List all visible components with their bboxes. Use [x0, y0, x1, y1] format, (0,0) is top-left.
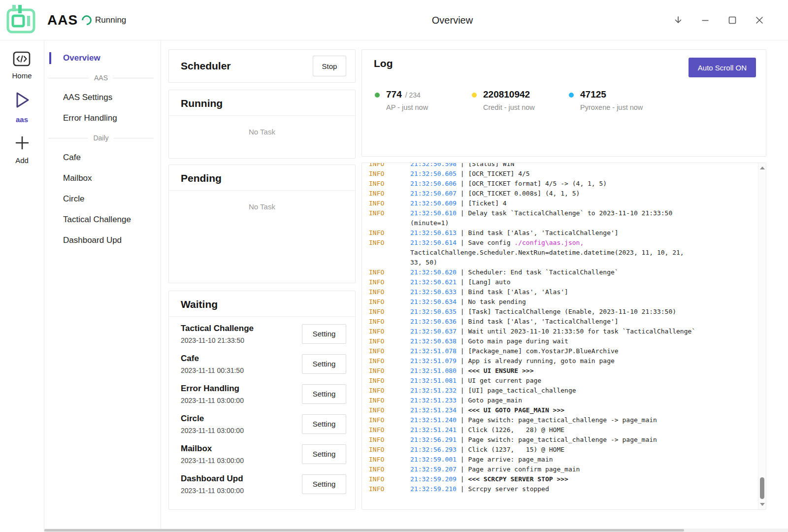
stat-value: 774 [386, 89, 402, 100]
log-line: INFO21:32:50.605 | [OCR_TICKET] 4/5 [369, 169, 751, 179]
log-line: INFO21:32:50.607 | [OCR_TICKET 0.008s] (… [369, 189, 751, 199]
log-line: INFO21:32:51.240 | Page switch: page_tac… [369, 415, 751, 425]
stat-caption: Pyroxene - just now [580, 103, 643, 111]
waiting-task-name: Cafe [181, 354, 244, 364]
log-line: INFO21:32:51.234 | <<< UI GOTO PAGE_MAIN… [369, 405, 751, 415]
log-line: INFO21:32:50.634 | No task pending [369, 297, 751, 307]
app-status: Running [95, 15, 126, 25]
waiting-task-time: 2023-11-11 03:00:00 [181, 397, 244, 404]
log-line: INFO21:32:51.079 | App is already runnin… [369, 356, 751, 366]
sidebar-item-dashboard-upd[interactable]: Dashboard Upd [44, 230, 161, 251]
log-card: Log Auto Scroll ON 774/ 234AP - just now… [361, 49, 766, 157]
sidebar-item-add[interactable]: Add [14, 134, 31, 165]
log-line: INFO21:32:50.636 | Bind task ['Alas', 'T… [369, 317, 751, 327]
sidebar-item-home[interactable]: Home [12, 51, 32, 80]
stat-suffix: / 234 [405, 91, 421, 99]
iconbar-add-label: Add [15, 156, 29, 165]
scrollbar-thumb[interactable] [760, 477, 764, 499]
log-line: INFO21:32:50.637 | Wait until 2023-11-10… [369, 327, 751, 336]
log-line: INFO21:32:51.233 | Goto page_main [369, 396, 751, 405]
window-controls [673, 0, 764, 40]
log-scrollbar[interactable] [758, 163, 766, 509]
log-output[interactable]: INFO21:32:50.598 | [Status] WININFO21:32… [361, 163, 766, 510]
stat-caption: AP - just now [386, 103, 428, 111]
main-content: Scheduler Stop Running No Task Pending N… [161, 40, 788, 532]
sidebar-item-overview[interactable]: Overview [44, 48, 161, 68]
waiting-task-time: 2023-11-11 03:00:00 [181, 457, 244, 465]
stat-dot-icon [375, 93, 380, 98]
log-stat: 220810942Credit - just now [472, 89, 569, 111]
sidebar-nav: OverviewAASAAS SettingsError HandlingDai… [44, 40, 161, 532]
auto-scroll-button[interactable]: Auto Scroll ON [689, 58, 756, 77]
waiting-task-name: Dashboard Upd [181, 474, 244, 484]
sidebar-section-divider: AAS [44, 68, 161, 87]
waiting-task-list: Tactical Challenge2023-11-10 21:33:50Set… [169, 317, 355, 499]
stop-button[interactable]: Stop [313, 56, 346, 76]
log-line: INFO21:32:50.633 | Bind task ['Alas', 'A… [369, 287, 751, 297]
log-line: INFO21:32:59.210 | Scrcpy server stopped [369, 484, 751, 494]
running-title-row: Running [169, 90, 355, 116]
stat-dot-icon [472, 93, 477, 98]
log-line: INFO21:32:50.606 | [OCR_TICKET format] 4… [369, 179, 751, 189]
running-spinner-icon [80, 13, 94, 27]
sidebar-item-mailbox[interactable]: Mailbox [44, 168, 161, 189]
app-logo [5, 4, 37, 35]
titlebar: AAS Running Overview [0, 0, 788, 40]
waiting-card: Waiting Tactical Challenge2023-11-10 21:… [168, 291, 356, 510]
waiting-task-setting-button[interactable]: Setting [302, 384, 346, 404]
sidebar-item-circle[interactable]: Circle [44, 189, 161, 209]
waiting-task-row: Dashboard Upd2023-11-11 03:00:00Setting [169, 469, 355, 499]
log-output-lines: INFO21:32:50.598 | [Status] WININFO21:32… [369, 163, 751, 494]
download-icon [676, 17, 681, 23]
maximize-icon [729, 17, 736, 24]
waiting-title-row: Waiting [169, 291, 355, 317]
scrollbar-up-icon[interactable] [760, 166, 765, 169]
waiting-task-setting-button[interactable]: Setting [302, 414, 346, 434]
plus-icon [14, 134, 31, 153]
page-title-container: Overview [161, 0, 744, 40]
page-title: Overview [432, 15, 473, 26]
close-button[interactable] [755, 15, 764, 25]
waiting-task-row: Mailbox2023-11-11 03:00:00Setting [169, 439, 355, 469]
sidebar-item-aas-settings[interactable]: AAS Settings [44, 87, 161, 108]
waiting-task-row: Cafe2023-11-11 00:31:50Setting [169, 349, 355, 379]
log-stat: 774/ 234AP - just now [375, 89, 472, 111]
sidebar-item-aas[interactable]: aas [13, 90, 32, 124]
waiting-task-setting-button[interactable]: Setting [302, 354, 346, 374]
waiting-task-row: Tactical Challenge2023-11-10 21:33:50Set… [169, 319, 355, 349]
maximize-button[interactable] [727, 15, 737, 25]
sidebar-section-divider: Daily [44, 129, 161, 147]
scrollbar-down-icon[interactable] [760, 503, 765, 506]
waiting-task-setting-button[interactable]: Setting [302, 444, 346, 464]
sidebar-item-tactical-challenge[interactable]: Tactical Challenge [44, 209, 161, 230]
log-line: INFO21:32:50.638 | Goto main page during… [369, 336, 751, 346]
waiting-task-time: 2023-11-11 00:31:50 [181, 366, 244, 374]
horizontal-scrollbar[interactable] [44, 529, 788, 532]
running-card: Running No Task [168, 90, 356, 159]
waiting-task-setting-button[interactable]: Setting [302, 474, 346, 494]
sidebar-item-cafe[interactable]: Cafe [44, 147, 161, 168]
close-icon [756, 17, 762, 23]
waiting-task-setting-button[interactable]: Setting [302, 324, 346, 344]
waiting-task-time: 2023-11-10 21:33:50 [181, 336, 254, 344]
log-line: INFO21:32:50.598 | [Status] WIN [369, 163, 751, 169]
sidebar-item-error-handling[interactable]: Error Handling [44, 108, 161, 129]
waiting-task-row: Error Handling2023-11-11 03:00:00Setting [169, 379, 355, 409]
code-window-icon [13, 51, 31, 68]
pending-title: Pending [181, 172, 343, 184]
minimize-button[interactable] [700, 15, 710, 25]
log-stat: 47125Pyroxene - just now [569, 89, 666, 111]
app-window: AAS Running Overview [0, 0, 788, 532]
log-line: INFO21:32:51.241 | Click (1226, 28) @ HO… [369, 425, 751, 435]
horizontal-scrollbar-thumb[interactable] [44, 529, 684, 532]
waiting-task-name: Tactical Challenge [181, 324, 254, 333]
log-line: INFO21:32:51.232 | [UI] page_tactical_ch… [369, 386, 751, 396]
scheduler-title: Scheduler [181, 60, 231, 72]
log-line: INFO21:32:50.609 | [Ticket] 4 [369, 199, 751, 208]
running-title: Running [181, 98, 343, 109]
stat-dot-icon [569, 93, 574, 98]
download-button[interactable] [673, 15, 683, 25]
log-line: INFO21:32:59.001 | Page arrive: page_mai… [369, 455, 751, 465]
log-line: INFO21:32:59.209 | <<< SCRCPY SERVER STO… [369, 474, 751, 484]
log-line: INFO21:32:56.293 | Click (1237, 15) @ HO… [369, 445, 751, 455]
